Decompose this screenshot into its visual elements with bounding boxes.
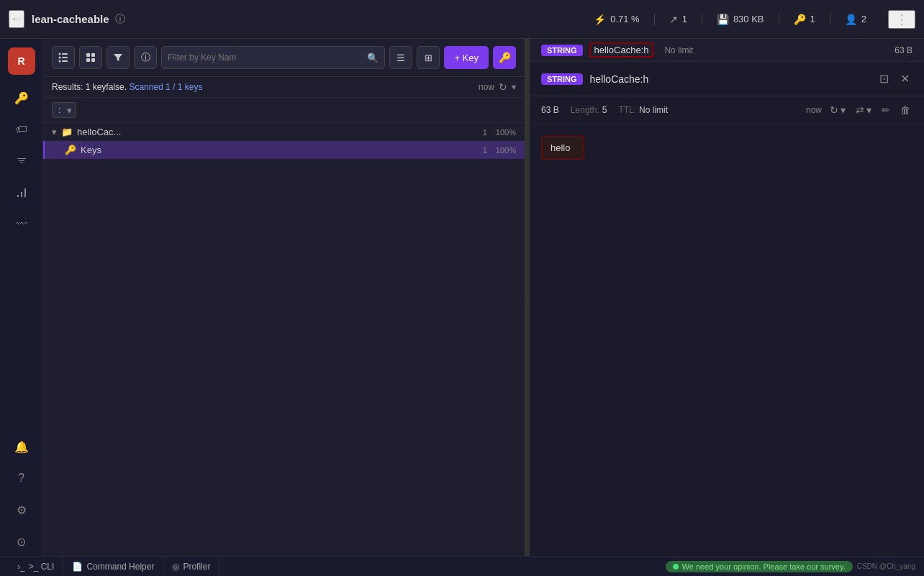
app-title: lean-cacheable [32, 13, 109, 25]
users-value: 2 [861, 14, 866, 24]
sidebar-item-filter[interactable] [7, 147, 36, 175]
sidebar-item-analytics[interactable] [7, 178, 36, 207]
type-badge-header: STRING [541, 45, 583, 56]
key-size: 63 B [541, 105, 559, 115]
command-helper-label: Command Helper [86, 562, 154, 572]
tree-item-expand-icon: ▾ [52, 127, 57, 137]
namespace-select[interactable]: : [52, 102, 76, 118]
connections-icon: ↗ [669, 14, 678, 25]
results-chevron[interactable]: ▾ [512, 82, 516, 92]
command-helper-tab[interactable]: 📄 Command Helper [63, 557, 163, 576]
results-refresh-icon[interactable]: ↻ [499, 81, 507, 93]
connections-value: 1 [682, 14, 687, 24]
key-header-actions: ⊡ ✕ [877, 69, 912, 88]
toolbar: ⓘ 🔍 ☰ ⊞ + Key 🔑 [43, 39, 525, 77]
ttl-label: TTL: [618, 105, 636, 115]
edit-icon: ✏ [882, 104, 890, 116]
keys-icon: 🔑 [794, 14, 806, 25]
title-info-icon[interactable]: ⓘ [115, 13, 125, 26]
stat-cpu: ⚡ 0.71 % [579, 14, 654, 25]
sidebar-item-keys[interactable]: 🔑 [7, 83, 36, 112]
results-text: Results: 1 keyfalse. [52, 82, 127, 92]
filter-info-button[interactable]: ⓘ [134, 46, 157, 69]
search-field[interactable]: 🔍 [161, 46, 385, 69]
key-size-item: 63 B [541, 105, 559, 115]
redis-logo[interactable]: R [8, 47, 35, 75]
sidebar-item-settings[interactable]: ⚙ [7, 495, 36, 524]
svg-rect-5 [62, 60, 68, 62]
results-right: now ↻ ▾ [479, 81, 516, 93]
keys-value: 1 [810, 14, 815, 24]
survey-dot [673, 564, 679, 570]
survey-button[interactable]: We need your opinion. Please take our su… [666, 561, 853, 572]
right-panel: STRING helloCache:h No limit 63 B STRING… [530, 39, 924, 556]
stat-connections: ↗ 1 [655, 14, 702, 25]
stat-memory: 💾 830 KB [702, 14, 779, 25]
key-no-limit: No limit [664, 45, 693, 55]
meta-copy-button[interactable]: ⇄ ▾ [853, 102, 874, 118]
scanned-link[interactable]: Scanned 1 / 1 keys [129, 82, 202, 92]
cli-icon: ›_ [17, 562, 25, 572]
namespace-select-wrap: : [52, 102, 76, 118]
search-icon: 🔍 [367, 52, 379, 63]
key-name-header: helloCache:h [590, 43, 653, 57]
meta-refresh-icon: ↻ [830, 104, 838, 116]
string-value: hello [541, 136, 584, 160]
cli-tab[interactable]: ›_ >_ CLI [9, 557, 63, 576]
meta-refresh-button[interactable]: ↻ ▾ [828, 102, 848, 118]
svg-rect-6 [86, 53, 90, 57]
sidebar-item-github[interactable]: ⊙ [7, 527, 36, 556]
svg-point-0 [59, 53, 61, 55]
main-layout: R 🔑 🏷 〰 🔔 ? ⚙ ⊙ [0, 39, 924, 556]
expand-button[interactable]: ⊡ [877, 69, 892, 88]
menu-button[interactable]: ☰ [389, 46, 412, 69]
sidebar-item-browser[interactable]: 🏷 [7, 115, 36, 144]
meta-delete-button[interactable]: 🗑 [898, 102, 912, 118]
attribution: CSDN @Ch_yang [857, 562, 915, 570]
table-view-button[interactable] [79, 46, 102, 69]
meta-refresh-chevron: ▾ [841, 104, 846, 116]
sidebar-item-notifications[interactable]: 🔔 [7, 432, 36, 461]
ttl-value: No limit [639, 105, 668, 115]
add-key-button[interactable]: + Key [444, 46, 489, 69]
back-button[interactable]: ← [9, 10, 24, 28]
length-label: Length: [571, 105, 599, 115]
copy-chevron: ▾ [866, 104, 871, 116]
filter-button[interactable] [107, 46, 130, 69]
key-list-header: STRING helloCache:h No limit 63 B [530, 39, 924, 62]
svg-point-2 [59, 57, 61, 59]
tree-item-keys-pct: 100% [496, 146, 516, 155]
profiler-tab[interactable]: ◎ Profiler [163, 557, 219, 576]
type-badge: STRING [541, 73, 583, 85]
sidebar: R 🔑 🏷 〰 🔔 ? ⚙ ⊙ [0, 39, 43, 556]
close-key-button[interactable]: ✕ [897, 69, 912, 88]
grid-button[interactable]: ⊞ [417, 46, 440, 69]
key-size-header: 63 B [894, 45, 912, 55]
search-input[interactable] [168, 52, 367, 63]
browser-view-button[interactable] [52, 46, 75, 69]
key-icon-button[interactable]: 🔑 [493, 46, 516, 69]
svg-rect-7 [91, 53, 95, 57]
sidebar-item-help[interactable]: ? [7, 464, 36, 493]
topbar: ← lean-cacheable ⓘ ⚡ 0.71 % ↗ 1 💾 830 KB… [0, 0, 924, 39]
svg-rect-9 [91, 58, 95, 62]
memory-value: 830 KB [733, 14, 764, 24]
key-tree: ▾ 📁 helloCac... 1 100% 🔑 Keys 1 100% [43, 123, 525, 556]
folder-icon: 📁 [61, 127, 73, 137]
cpu-icon: ⚡ [594, 14, 606, 25]
profiler-icon: ◎ [172, 562, 179, 572]
namespace-filter: : [43, 98, 525, 123]
tree-item-name: helloCac... [77, 127, 479, 137]
more-menu-button[interactable]: ⋮ [888, 10, 915, 29]
tree-item-keys[interactable]: 🔑 Keys 1 100% [43, 141, 525, 159]
results-bar: Results: 1 keyfalse. Scanned 1 / 1 keys … [43, 77, 525, 98]
length-value: 5 [602, 105, 607, 115]
svg-rect-3 [62, 57, 68, 58]
key-detail-header: STRING helloCache:h ⊡ ✕ [530, 62, 924, 96]
sidebar-item-pubsub[interactable]: 〰 [7, 210, 36, 239]
key-ttl-item: TTL: No limit [618, 105, 668, 115]
delete-icon: 🗑 [900, 104, 910, 116]
tree-item-helloCac[interactable]: ▾ 📁 helloCac... 1 100% [43, 123, 525, 141]
meta-edit-button[interactable]: ✏ [879, 102, 892, 118]
survey-text: We need your opinion. Please take our su… [682, 562, 846, 571]
